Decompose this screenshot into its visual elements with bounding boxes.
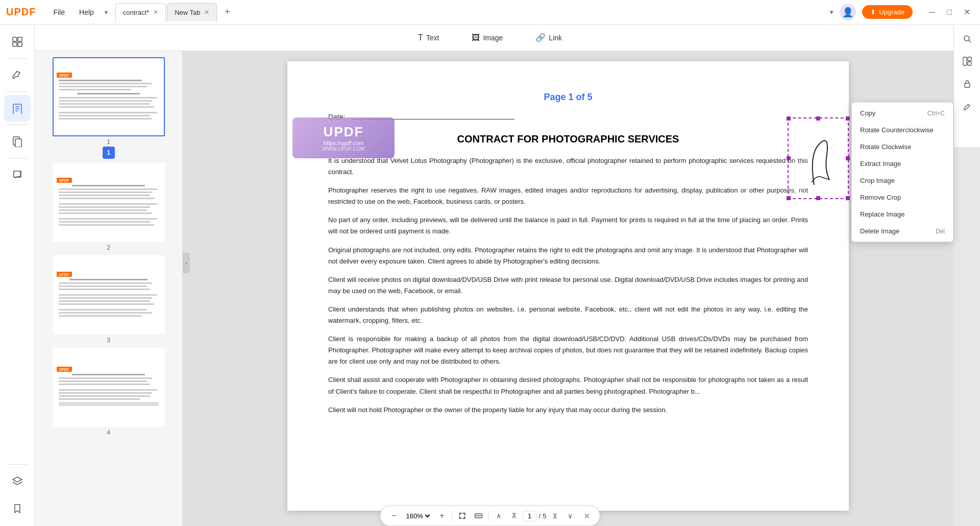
ctx-remove-crop[interactable]: Remove Crop [852,189,953,206]
ctx-rotate-ccw-label: Rotate Counterclockwise [860,126,934,134]
sidebar-item-paintbrush[interactable] [4,62,31,88]
ctx-rotate-cw-label: Rotate Clockwise [860,143,911,151]
last-page-button[interactable]: ⊻ [548,509,561,522]
tab-close-new[interactable]: ✕ [204,9,209,16]
handle-bottom-middle[interactable] [816,196,820,200]
zoom-value-display: 160% 100% 125% 150% 200% [404,512,432,520]
signature-svg [794,124,845,190]
tab-add-button[interactable]: + [220,5,234,19]
zoom-separator-2 [488,511,489,521]
image-label: Image [483,34,503,42]
minimize-button[interactable]: ─ [925,5,939,19]
zoom-decrease-button[interactable]: − [387,509,401,523]
link-icon: 🔗 [535,33,546,42]
sidebar-item-thumbnails[interactable] [4,29,31,55]
thumbnail-page-2[interactable]: UPDF 2 [45,163,173,251]
tab-new[interactable]: New Tab ✕ [167,3,217,21]
text-tool-button[interactable]: T Text [410,29,447,46]
page-number-input[interactable] [523,511,537,521]
right-edit-button[interactable] [957,96,977,116]
text-label: Text [426,34,439,42]
ctx-copy[interactable]: Copy Ctrl+C [852,105,953,122]
prev-page-button[interactable]: ∧ [492,509,505,522]
link-tool-button[interactable]: 🔗 Link [527,29,570,46]
ctx-delete-shortcut: Del [936,228,945,235]
page-separator: / [539,512,541,520]
zoom-increase-button[interactable]: + [435,509,449,523]
window-list[interactable]: ▾ [830,8,834,16]
right-layout-button[interactable] [957,51,977,71]
tab-contract[interactable]: contract* ✕ [115,3,166,21]
next-page-button[interactable]: ∨ [564,509,577,522]
panel-collapse-arrow[interactable]: ‹ [183,253,190,273]
image-tool-button[interactable]: 🖼 Image [463,29,511,46]
handle-middle-right[interactable] [846,156,850,160]
ctx-delete-label: Delete Image [860,227,899,235]
zoom-separator-1 [452,511,453,521]
left-sidebar [0,25,35,526]
zoom-select[interactable]: 160% 100% 125% 150% 200% [404,512,432,520]
sidebar-item-pages[interactable] [4,128,31,155]
svg-rect-0 [13,37,17,41]
zoom-bar-close[interactable]: ✕ [580,509,593,522]
handle-top-middle[interactable] [816,116,820,121]
thumbnail-page-1[interactable]: UPDF 1 1 [45,57,173,159]
tabs-container: contract* ✕ New Tab ✕ + [115,3,830,21]
handle-top-right[interactable] [846,116,850,121]
ctx-replace-image[interactable]: Replace Image [852,206,953,223]
right-lock-button[interactable] [957,74,977,94]
ctx-rotate-cw[interactable]: Rotate Clockwise [852,138,953,155]
tab-label: contract* [123,9,149,16]
profile-avatar[interactable]: 👤 [840,4,856,20]
contract-para-7: Client is responsible for making a backu… [328,333,808,367]
svg-marker-10 [13,477,22,482]
handle-top-left[interactable] [787,116,791,121]
svg-rect-16 [965,83,970,87]
sidebar-separator-2 [7,91,28,92]
selected-image-overlay[interactable] [788,117,849,199]
menu-file[interactable]: File [46,0,72,25]
thumbnail-page-3[interactable]: UPDF 3 [45,255,173,344]
page-navigation: ∧ ⊼ / 5 ⊻ ∨ [492,509,577,522]
handle-middle-left[interactable] [787,156,791,160]
contract-para-5: Client will receive photos on digital do… [328,274,808,297]
close-button[interactable]: ✕ [960,5,974,19]
text-icon: T [418,33,423,42]
menu-more[interactable]: ▾ [101,7,111,17]
fit-width-button[interactable] [472,509,485,522]
menu-help[interactable]: Help [72,0,101,25]
svg-line-12 [969,40,971,42]
sidebar-separator-1 [7,58,28,59]
tab-close-contract[interactable]: ✕ [153,9,158,16]
svg-rect-9 [15,139,21,147]
svg-point-11 [964,36,969,41]
thumb-label-1: 1 [107,138,110,146]
fit-page-button[interactable] [456,509,469,522]
date-line: Date: [328,113,808,121]
contract-title: CONTRACT FOR PHOTOGRAPHIC SERVICES [328,133,808,145]
handle-bottom-left[interactable] [787,196,791,200]
pdf-page: UPDF https://updf.com WWW.UPDF.COM Page … [287,61,849,511]
ctx-extract-image[interactable]: Extract Image [852,155,953,172]
svg-rect-13 [963,57,967,65]
ctx-replace-label: Replace Image [860,210,904,218]
sidebar-item-edit[interactable] [4,95,31,122]
contract-para-2: Photographer reserves the right to use n… [328,185,808,207]
thumb-img-4: UPDF [53,348,165,427]
sidebar-item-comment[interactable] [4,161,31,188]
upgrade-button[interactable]: ⬆ Upgrade [862,5,913,19]
sidebar-item-layers[interactable] [4,468,31,494]
thumbnail-panel: UPDF 1 1 [35,51,183,526]
thumbnail-page-4[interactable]: UPDF 4 [45,348,173,436]
sidebar-item-bookmarks[interactable] [4,495,31,522]
right-search-button[interactable] [957,29,977,49]
svg-rect-1 [18,37,22,41]
ctx-delete-image[interactable]: Delete Image Del [852,223,953,240]
handle-bottom-right[interactable] [846,196,850,200]
ctx-crop-image[interactable]: Crop Image [852,172,953,189]
maximize-button[interactable]: □ [942,5,957,19]
first-page-button[interactable]: ⊼ [507,509,521,522]
thumb-img-3: UPDF [53,255,165,334]
ctx-rotate-ccw[interactable]: Rotate Counterclockwise [852,122,953,138]
watermark-url: https://updf.com [324,140,363,146]
